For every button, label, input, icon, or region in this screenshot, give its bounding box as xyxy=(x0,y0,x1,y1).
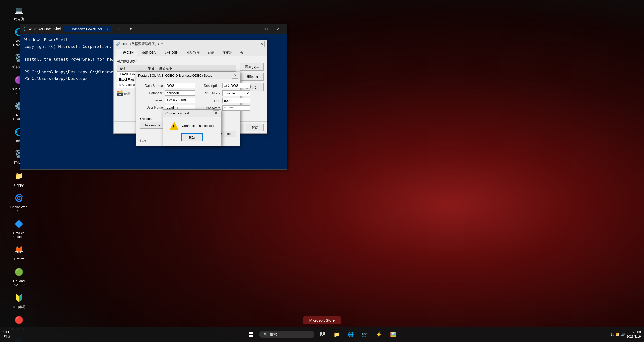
icon-label-cpolar: Cpolar Web UI xyxy=(9,205,29,213)
svg-rect-1 xyxy=(251,332,253,334)
odbc-bottom-text: 此用 xyxy=(124,92,130,96)
ps-close-button[interactable]: ✕ xyxy=(273,25,284,33)
pg-description-label: Description xyxy=(198,84,220,88)
taskbar-start-button[interactable] xyxy=(245,328,257,340)
taskbar-network-icon[interactable]: 📶 xyxy=(615,333,619,336)
dsn-col-driver: 驱动程序 xyxy=(157,65,236,72)
pg-database-input[interactable] xyxy=(165,90,195,96)
ps-tabs-area: ⬡ Windows PowerShell ✕ + ▾ xyxy=(62,25,249,33)
microsoft-store-toast[interactable]: Microsoft Store xyxy=(303,316,341,324)
pg-ssl-mode-select[interactable]: disable allow require xyxy=(222,90,250,96)
pg-port-label: Port xyxy=(198,99,220,103)
icon-cpolar[interactable]: 🌀 Cpolar Web UI xyxy=(8,191,30,215)
pg-description-input[interactable] xyxy=(222,83,250,88)
taskbar-store-button[interactable]: 🛒 xyxy=(359,328,371,340)
icon-goland[interactable]: 🟢 GoLand 2021.3.2 xyxy=(8,265,30,288)
ps-tab-active[interactable]: ⬡ Windows PowerShell ✕ xyxy=(64,26,112,32)
svg-rect-2 xyxy=(249,335,251,337)
taskbar: 10°C 晴朗 🔍 搜索 xyxy=(0,327,644,342)
icon-label-jinshan: 金山毒霸 xyxy=(12,305,25,309)
taskbar-file-explorer-button[interactable]: 📁 xyxy=(331,328,343,340)
pg-datasource-button[interactable]: Datasource xyxy=(140,122,163,129)
taskbar-time: 23:08 xyxy=(626,330,641,334)
pg-database-row: Database xyxy=(140,90,195,96)
svg-rect-3 xyxy=(251,335,253,337)
pg-description-row: Description xyxy=(198,83,250,88)
odbc-tab-user-dsn[interactable]: 用户 DSN xyxy=(116,49,137,56)
pg-data-source-label: Data Source xyxy=(140,84,163,88)
pg-form-columns: Data Source Database Server User Name xyxy=(140,83,236,113)
taskbar-lang-icon: 英 xyxy=(611,332,614,337)
conn-ok-button[interactable]: 确定 xyxy=(181,133,203,141)
pg-server-label: Server xyxy=(140,98,163,102)
odbc-help-button[interactable]: 帮助 xyxy=(246,124,264,131)
icon-label-deveco: DevEco Studio ... xyxy=(9,231,29,239)
icon-deveco[interactable]: 🔷 DevEco Studio ... xyxy=(8,217,30,240)
pg-ssl-mode-label: SSL Mode xyxy=(198,91,220,95)
ps-minimize-button[interactable]: ─ xyxy=(248,25,260,33)
warning-icon xyxy=(170,122,179,130)
desktop: 💻 此电脑 🌐 Google Chrome 🗑️ 垃圾清理 🟣 Visual S… xyxy=(0,0,644,342)
pg-server-row: Server xyxy=(140,98,195,103)
icon-label-happy: Happy xyxy=(14,183,24,187)
ps-window-controls: ─ □ ✕ xyxy=(248,25,284,33)
icon-my-computer[interactable]: 💻 此电脑 xyxy=(8,3,30,23)
taskbar-task-view-button[interactable] xyxy=(316,328,329,340)
search-icon: 🔍 xyxy=(264,332,268,336)
taskbar-volume-icon[interactable]: 🔊 xyxy=(621,333,625,336)
taskbar-weather: 10°C 晴朗 xyxy=(3,330,10,339)
pg-title-text: PostgreSQL ANSI ODBC Driver (psqlODBC) S… xyxy=(138,74,212,77)
odbc-close-button[interactable]: ✕ xyxy=(259,41,265,47)
odbc-tab-pool[interactable]: 连接池 xyxy=(219,49,236,56)
icon-firefox[interactable]: 🦊 Firefox xyxy=(8,242,30,263)
conn-close-button[interactable]: ✕ xyxy=(213,110,219,116)
ps-maximize-button[interactable]: □ xyxy=(261,25,272,33)
taskbar-edge-button[interactable]: 🌐 xyxy=(345,328,357,340)
icon-label-goland: GoLand 2021.3.2 xyxy=(9,279,29,287)
pg-close-button[interactable]: ✕ xyxy=(232,73,238,79)
taskbar-clock[interactable]: 23:08 2023/1/19 xyxy=(626,330,641,339)
ps-tab-close-icon[interactable]: ✕ xyxy=(105,27,108,31)
pg-password-input[interactable] xyxy=(222,105,250,111)
icon-label-my-computer: 此电脑 xyxy=(14,17,24,21)
ps-title-text: Windows PowerShell xyxy=(28,27,62,31)
taskbar-right: 英 📶 🔊 23:08 2023/1/19 xyxy=(611,330,641,339)
pg-username-label: User Name xyxy=(140,106,163,109)
odbc-tab-trace[interactable]: 跟踪 xyxy=(204,49,218,56)
pg-data-source-input[interactable] xyxy=(165,83,195,88)
icon-label-firefox: Firefox xyxy=(14,257,24,261)
pg-port-row: Port xyxy=(198,98,250,103)
pg-right-col: Description SSL Mode disable allow requi… xyxy=(198,83,250,113)
odbc-tab-file-dsn[interactable]: 文件 DSN xyxy=(160,49,182,56)
icon-jinshan[interactable]: 🔰 金山毒霸 xyxy=(8,290,30,311)
pg-port-input[interactable] xyxy=(222,98,250,103)
odbc-tab-drivers[interactable]: 驱动程序 xyxy=(183,49,203,56)
taskbar-photos-button[interactable]: 🖼️ xyxy=(387,328,399,340)
ps-tab-label: Windows PowerShell xyxy=(72,27,103,31)
svg-rect-6 xyxy=(320,335,321,336)
pg-server-input[interactable] xyxy=(165,98,195,103)
taskbar-tools-button[interactable]: ⚡ xyxy=(373,328,385,340)
ps-tab-icon: ⬡ xyxy=(68,27,70,31)
odbc-add-button[interactable]: 添加(D)... xyxy=(240,63,264,71)
conn-body: Connection successful 确定 xyxy=(163,117,221,146)
odbc-tab-about[interactable]: 关于 xyxy=(236,49,251,56)
odbc-titlebar: 🔗 ODBC 数据源管理程序(64 位) ✕ xyxy=(114,40,267,48)
svg-rect-4 xyxy=(320,332,322,335)
taskbar-date: 2023/1/19 xyxy=(626,334,641,339)
conn-message-text: Connection successful xyxy=(182,124,214,128)
pg-ssl-mode-row: SSL Mode disable allow require xyxy=(198,90,250,96)
odbc-title-text: 🔗 ODBC 数据源管理程序(64 位) xyxy=(116,42,165,46)
odbc-remove-button[interactable]: 删除(R) xyxy=(241,73,264,81)
pg-data-source-row: Data Source xyxy=(140,83,195,88)
svg-rect-5 xyxy=(323,332,325,335)
powershell-icon: ⬡ xyxy=(23,27,26,31)
icon-folder-happy[interactable]: 📁 Happy xyxy=(8,168,30,189)
ps-new-tab-button[interactable]: + xyxy=(113,25,124,33)
taskbar-center: 🔍 搜索 📁 🌐 🛒 ⚡ 🖼️ xyxy=(245,328,399,340)
odbc-tab-system-dsn[interactable]: 系统 DSN xyxy=(138,49,160,56)
search-placeholder-text: 搜索 xyxy=(270,332,277,337)
ps-dropdown-button[interactable]: ▾ xyxy=(125,25,137,33)
pg-database-label: Database xyxy=(140,91,163,95)
taskbar-search[interactable]: 🔍 搜索 xyxy=(259,331,314,338)
